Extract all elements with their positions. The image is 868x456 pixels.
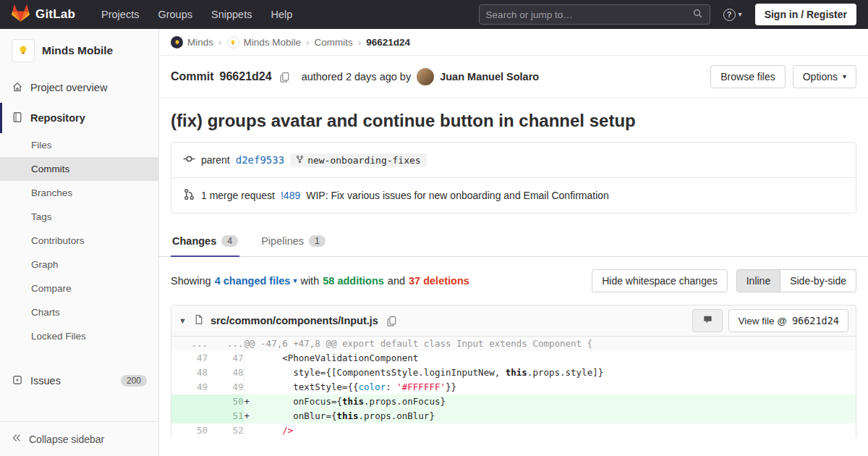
code-segment: onBlur={	[250, 410, 336, 421]
breadcrumb-current-sha: 96621d24	[366, 37, 410, 48]
author-name[interactable]: Juan Manuel Solaro	[440, 71, 539, 83]
diff-file-path[interactable]: src/common/components/Input.js	[210, 315, 378, 326]
breadcrumb-separator: ›	[358, 37, 362, 48]
new-line-number[interactable]: 47	[208, 351, 244, 366]
sidebar-item-repository[interactable]: Repository	[0, 103, 158, 133]
collapse-diff-icon[interactable]: ▼	[179, 316, 187, 325]
breadcrumb-project[interactable]: Minds Mobile	[227, 36, 302, 48]
nav-link-help[interactable]: Help	[271, 9, 292, 20]
breadcrumb-label: Commits	[315, 37, 353, 48]
comment-icon	[702, 314, 713, 327]
view-file-sha: 96621d24	[792, 315, 839, 326]
gitlab-home-link[interactable]: GitLab	[12, 4, 75, 25]
old-line-number[interactable]: 47	[171, 351, 208, 366]
authored-text: authored 2 days ago by	[302, 71, 412, 83]
inline-view-button[interactable]: Inline	[736, 269, 780, 292]
merge-request-row: 1 merge request !489 WIP: Fix various is…	[171, 177, 856, 213]
new-line-number[interactable]: 50	[208, 394, 244, 409]
nav-link-groups[interactable]: Groups	[158, 9, 192, 20]
nav-link-projects[interactable]: Projects	[101, 9, 139, 20]
old-line-number[interactable]: 50	[171, 423, 208, 438]
with-text: with	[300, 275, 319, 287]
new-line-number[interactable]: 51	[208, 409, 244, 423]
hide-whitespace-button[interactable]: Hide whitespace changes	[592, 269, 728, 292]
caret-down-icon: ▾	[293, 277, 297, 284]
diff-table-body: ......@@ -47,6 +47,8 @@ export default c…	[171, 337, 856, 438]
line-marker	[244, 352, 250, 363]
branch-ref-label[interactable]: new-onboarding-fixes	[290, 153, 427, 167]
code-segment: }}	[446, 381, 456, 392]
group-avatar	[171, 36, 183, 48]
project-avatar-small	[227, 36, 239, 48]
commit-meta-box: parent d2ef9533 new-onboarding-fixes 1 m…	[171, 142, 856, 214]
copy-path-button[interactable]	[385, 314, 399, 328]
breadcrumb-label: 96621d24	[366, 37, 410, 48]
sign-in-register-button[interactable]: Sign in / Register	[755, 4, 856, 25]
sidebar-item-charts[interactable]: Charts	[0, 300, 158, 324]
main-content: Minds › Minds Mobile › Commits › 96621d2…	[159, 29, 868, 456]
copy-sha-button[interactable]	[278, 70, 292, 84]
parent-sha-link[interactable]: d2ef9533	[236, 154, 284, 166]
sidebar-item-branches[interactable]: Branches	[0, 181, 158, 205]
code-segment: color	[359, 381, 386, 392]
search-input[interactable]	[486, 9, 692, 20]
code-segment: '#FFFFFF'	[396, 381, 446, 392]
breadcrumb-group[interactable]: Minds	[171, 36, 213, 48]
gitlab-logo-icon	[12, 4, 30, 25]
navbar-right: ? ▾ Sign in / Register	[479, 4, 856, 25]
sidebar-item-graph[interactable]: Graph	[0, 253, 158, 276]
commit-title: (fix) groups avatar and continue button …	[171, 111, 856, 131]
sidebar-item-tags[interactable]: Tags	[0, 205, 158, 229]
nav-link-snippets[interactable]: Snippets	[211, 9, 252, 20]
tab-pipelines[interactable]: Pipelines 1	[260, 225, 327, 257]
line-marker	[244, 381, 250, 392]
commit-header: Commit 96621d24 authored 2 days ago by J…	[159, 56, 868, 98]
tab-changes[interactable]: Changes 4	[171, 225, 239, 257]
top-navbar: GitLab Projects Groups Snippets Help ? ▾…	[0, 0, 868, 29]
new-line-number[interactable]: 48	[208, 366, 244, 380]
code-line: + onFocus={this.props.onFocus}	[244, 394, 856, 409]
options-label: Options	[803, 71, 838, 83]
breadcrumb-commits[interactable]: Commits	[315, 37, 353, 48]
breadcrumb: Minds › Minds Mobile › Commits › 96621d2…	[159, 29, 868, 56]
code-segment: .props.onFocus}	[364, 396, 446, 407]
sidebar-item-compare[interactable]: Compare	[0, 276, 158, 300]
sidebar-item-contributors[interactable]: Contributors	[0, 229, 158, 253]
new-line-number[interactable]: 49	[208, 380, 244, 394]
sidebar-item-project-overview[interactable]: Project overview	[0, 72, 158, 103]
diff-file-header: ▼ src/common/components/Input.js	[171, 305, 856, 337]
project-context[interactable]: Minds Mobile	[0, 29, 158, 72]
options-dropdown-button[interactable]: Options ▾	[793, 65, 856, 88]
old-line-number[interactable]	[171, 409, 208, 423]
line-marker: +	[244, 396, 250, 407]
showing-text: Showing	[171, 275, 211, 287]
project-avatar	[12, 39, 35, 62]
toggle-comments-button[interactable]	[692, 309, 723, 332]
new-line-number[interactable]: 52	[208, 423, 244, 438]
browse-files-button[interactable]: Browse files	[710, 65, 785, 88]
changed-files-dropdown[interactable]: 4 changed files ▾	[215, 275, 297, 287]
diff-line-context: 4747 <PhoneValidationComponent	[171, 351, 856, 366]
sidebar-item-issues[interactable]: Issues 200	[0, 366, 158, 396]
diff-view-toggle: Inline Side-by-side	[736, 269, 856, 292]
navbar-menu: Projects Groups Snippets Help	[101, 8, 292, 21]
help-dropdown[interactable]: ? ▾	[723, 9, 742, 21]
view-file-label: View file @	[738, 316, 786, 326]
old-line-number[interactable]: 48	[171, 366, 208, 380]
sidebar-item-locked-files[interactable]: Locked Files	[0, 324, 158, 348]
sidebar-item-files[interactable]: Files	[0, 133, 158, 157]
side-by-side-view-button[interactable]: Side-by-side	[780, 269, 856, 292]
mr-ref-link[interactable]: !489	[281, 190, 300, 201]
author-avatar[interactable]	[417, 68, 434, 85]
view-file-button[interactable]: View file @ 96621d24	[728, 309, 848, 332]
caret-down-icon: ▾	[843, 73, 846, 80]
sidebar-item-label: Project overview	[30, 82, 107, 93]
old-line-number[interactable]: 49	[171, 380, 208, 394]
old-line-number[interactable]: ...	[171, 337, 208, 351]
collapse-sidebar-button[interactable]: Collapse sidebar	[0, 421, 158, 456]
new-line-number[interactable]: ...	[208, 337, 244, 351]
sidebar-item-commits[interactable]: Commits	[0, 157, 158, 181]
old-line-number[interactable]	[171, 394, 208, 409]
help-icon: ?	[723, 9, 736, 21]
line-marker	[244, 425, 250, 436]
